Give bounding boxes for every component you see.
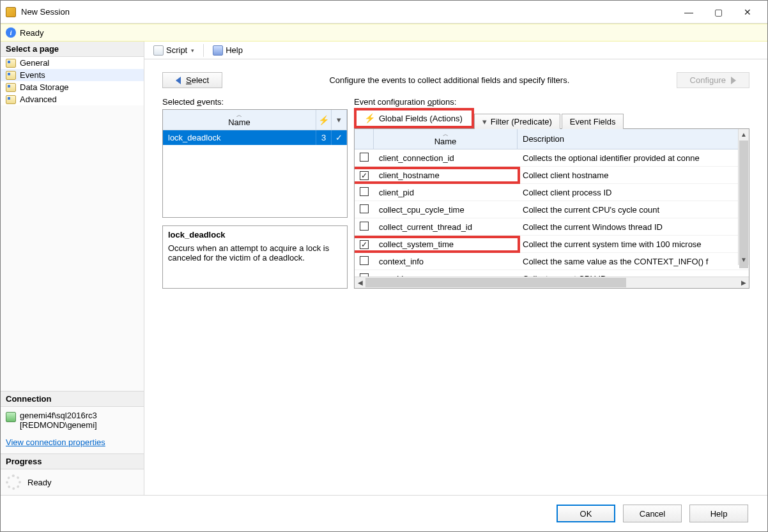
field-row[interactable]: ✓client_hostnameCollect client hostname bbox=[355, 167, 749, 184]
col-header-name[interactable]: ︿ Name bbox=[374, 129, 518, 149]
arrow-right-icon bbox=[731, 77, 736, 84]
page-item-events[interactable]: Events bbox=[1, 69, 144, 81]
field-row[interactable]: collect_current_thread_idCollect the cur… bbox=[355, 218, 749, 236]
scroll-up-icon[interactable]: ▲ bbox=[739, 129, 749, 140]
highlight-global-fields-tab: ⚡Global Fields (Actions) bbox=[354, 108, 474, 128]
field-row[interactable]: cpu_idCollect current CPU ID bbox=[355, 270, 749, 277]
cancel-button[interactable]: Cancel bbox=[623, 505, 682, 522]
window-title: New Session bbox=[21, 7, 674, 17]
lightning-icon: ⚡ bbox=[318, 115, 329, 125]
field-name: collect_cpu_cycle_time bbox=[379, 205, 465, 215]
lightning-icon: ⚡ bbox=[364, 113, 375, 123]
funnel-icon: ▾ bbox=[482, 117, 487, 126]
toolbar: Script Help bbox=[144, 42, 767, 59]
funnel-icon: ▾ bbox=[337, 115, 341, 125]
field-checkbox[interactable] bbox=[360, 153, 369, 162]
select-mode-button[interactable]: Select bbox=[162, 72, 222, 88]
new-session-dialog: New Session — ▢ ✕ i Ready Select a page … bbox=[0, 0, 768, 532]
global-fields-grid: ︿ Name Description client_connection_idC… bbox=[354, 128, 749, 289]
field-checkbox[interactable] bbox=[360, 273, 369, 277]
field-description: Collects the optional identifier provide… bbox=[518, 152, 749, 164]
row-has-filter-icon: ✓ bbox=[332, 130, 347, 145]
view-connection-properties-link[interactable]: View connection properties bbox=[1, 434, 144, 453]
scroll-down-icon[interactable]: ▼ bbox=[739, 254, 749, 265]
field-name: client_hostname bbox=[379, 171, 440, 180]
field-checkbox[interactable] bbox=[360, 187, 369, 196]
page-icon bbox=[6, 59, 16, 68]
field-row[interactable]: collect_cpu_cycle_timeCollect the curren… bbox=[355, 201, 749, 218]
field-checkbox[interactable] bbox=[360, 222, 369, 231]
field-name: cpu_id bbox=[379, 274, 403, 277]
connection-info: genemi4f\sql2016rc3[REDMOND\genemi] bbox=[1, 407, 144, 434]
event-description-box: lock_deadlock Occurs when an attempt to … bbox=[162, 225, 348, 289]
field-name: collect_current_thread_id bbox=[379, 222, 472, 232]
progress-status: Ready bbox=[27, 478, 52, 487]
scroll-thumb[interactable] bbox=[739, 141, 748, 268]
field-name: context_info bbox=[379, 257, 424, 266]
col-header-check[interactable] bbox=[355, 129, 374, 149]
field-name: client_pid bbox=[379, 188, 414, 197]
scroll-left-icon[interactable]: ◀ bbox=[355, 279, 365, 286]
info-icon: i bbox=[6, 27, 16, 38]
titlebar: New Session — ▢ ✕ bbox=[1, 1, 767, 24]
maximize-button[interactable]: ▢ bbox=[703, 3, 733, 22]
configure-mode-button[interactable]: Configure bbox=[677, 72, 749, 88]
col-header-description[interactable]: Description bbox=[518, 129, 749, 149]
field-description: Collect the current system time with 100… bbox=[518, 238, 749, 250]
page-icon bbox=[6, 95, 16, 104]
tab-filter-predicate[interactable]: ▾Filter (Predicate) bbox=[474, 114, 560, 129]
server-icon bbox=[6, 412, 16, 422]
status-bar: i Ready bbox=[1, 24, 767, 42]
field-checkbox[interactable] bbox=[360, 256, 369, 265]
description-title: lock_deadlock bbox=[168, 230, 342, 239]
configure-row: Select Configure the events to collect a… bbox=[144, 59, 767, 95]
field-description: Collect client process ID bbox=[518, 186, 749, 199]
close-button[interactable]: ✕ bbox=[733, 3, 762, 22]
page-item-advanced[interactable]: Advanced bbox=[1, 93, 144, 105]
field-row[interactable]: context_infoCollect the same value as th… bbox=[355, 253, 749, 270]
col-header-actions[interactable]: ⚡ bbox=[316, 110, 332, 130]
field-checkbox[interactable]: ✓ bbox=[360, 171, 369, 180]
page-item-data-storage[interactable]: Data Storage bbox=[1, 81, 144, 93]
config-tabs: ⚡Global Fields (Actions) ▾Filter (Predic… bbox=[354, 109, 749, 128]
help-icon bbox=[213, 45, 223, 56]
field-row[interactable]: ✓collect_system_timeCollect the current … bbox=[355, 236, 749, 253]
field-name: client_connection_id bbox=[379, 153, 454, 163]
field-description: Collect the current Windows thread ID bbox=[518, 221, 749, 233]
scroll-right-icon[interactable]: ▶ bbox=[738, 279, 749, 286]
event-config-column: Event configuration options: ⚡Global Fie… bbox=[354, 95, 749, 289]
status-text: Ready bbox=[20, 28, 44, 38]
col-header-filter[interactable]: ▾ bbox=[332, 110, 347, 130]
field-description: Collect the same value as the CONTEXT_IN… bbox=[518, 255, 749, 268]
app-icon bbox=[6, 7, 16, 17]
col-header-name[interactable]: ︿ Name bbox=[163, 110, 316, 130]
spinner-icon bbox=[6, 475, 21, 490]
page-icon bbox=[6, 83, 16, 92]
help-toolbar-button[interactable]: Help bbox=[209, 44, 247, 57]
field-row[interactable]: client_pidCollect client process ID bbox=[355, 184, 749, 201]
selected-events-grid[interactable]: ︿ Name ⚡ ▾ lock_deadlock 3 ✓ bbox=[162, 109, 348, 218]
sort-indicator-icon: ︿ bbox=[168, 112, 311, 118]
field-name: collect_system_time bbox=[379, 239, 454, 249]
sort-indicator-icon: ︿ bbox=[379, 132, 512, 137]
minimize-button[interactable]: — bbox=[674, 3, 703, 22]
selected-event-row[interactable]: lock_deadlock 3 ✓ bbox=[163, 130, 347, 145]
description-body: Occurs when an attempt to acquire a lock… bbox=[168, 243, 329, 262]
progress-row: Ready bbox=[1, 469, 144, 495]
configure-caption: Configure the events to collect addition… bbox=[233, 75, 666, 85]
field-checkbox[interactable] bbox=[360, 204, 369, 213]
vertical-scrollbar[interactable]: ▲ ▼ bbox=[738, 129, 749, 265]
arrow-left-icon bbox=[176, 77, 181, 84]
page-item-general[interactable]: General bbox=[1, 57, 144, 69]
horizontal-scrollbar[interactable]: ◀ ▶ bbox=[355, 277, 749, 288]
tab-global-fields[interactable]: ⚡Global Fields (Actions) bbox=[357, 110, 470, 126]
select-page-header: Select a page bbox=[1, 42, 144, 57]
ok-button[interactable]: OK bbox=[557, 505, 615, 522]
scroll-thumb[interactable] bbox=[365, 278, 626, 287]
script-button[interactable]: Script bbox=[150, 44, 198, 57]
field-checkbox[interactable]: ✓ bbox=[360, 240, 369, 249]
field-row[interactable]: client_connection_idCollects the optiona… bbox=[355, 149, 749, 167]
help-button[interactable]: Help bbox=[689, 505, 748, 522]
field-description: Collect client hostname bbox=[518, 169, 749, 181]
tab-event-fields[interactable]: Event Fields bbox=[562, 114, 624, 129]
